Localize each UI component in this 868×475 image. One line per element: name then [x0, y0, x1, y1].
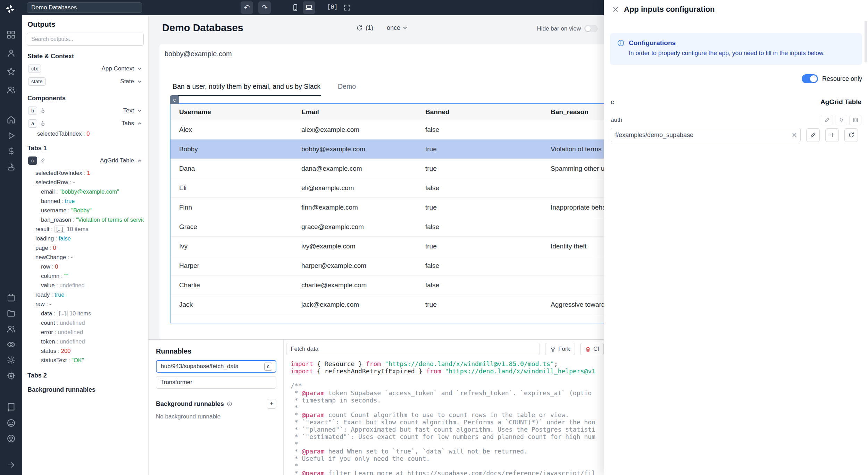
output-tree-item[interactable]: column : "" — [27, 271, 144, 281]
chevron-down-icon[interactable] — [137, 108, 142, 113]
aggrid-component-c[interactable]: c UsernameEmailBannedBan_reason Alexalex… — [170, 103, 604, 323]
output-tree-item[interactable]: data : [...] 10 items — [27, 309, 144, 318]
settings-icon[interactable] — [7, 356, 16, 365]
output-row-component-c[interactable]: c AgGrid Table — [27, 154, 144, 167]
windmill-logo-icon[interactable] — [5, 4, 15, 14]
table-row[interactable]: Ivyivy@example.comtrueIdentity theft — [170, 237, 604, 256]
table-row[interactable]: Alexalex@example.comfalse — [170, 120, 604, 139]
home-icon[interactable] — [7, 115, 16, 125]
output-tree-item[interactable]: page : 0 — [27, 243, 144, 253]
runnable-item-fetch-data[interactable]: hub/943/supabase/fetch_data c — [156, 360, 276, 373]
schedules-icon[interactable] — [7, 293, 16, 303]
table-row[interactable]: Jackjack@example.comtrueAggressive towar… — [170, 295, 604, 314]
resource-path-input[interactable] — [611, 128, 801, 142]
table-row[interactable]: Danadana@example.comtrueSpamming other u — [170, 159, 604, 178]
output-tree-item[interactable]: count : undefined — [27, 318, 144, 328]
chevron-down-icon[interactable] — [137, 66, 142, 71]
clear-button[interactable]: Cl — [580, 343, 604, 355]
output-tree-item[interactable]: statusText : "OK" — [27, 356, 144, 365]
table-row[interactable]: Finnfinn@example.comtrueInappropriate be… — [170, 198, 604, 217]
clear-input-icon[interactable] — [791, 132, 798, 138]
refresh-resource-button[interactable] — [844, 128, 858, 142]
output-tree-item[interactable]: banned : true — [27, 196, 144, 206]
output-tree-item[interactable]: token : undefined — [27, 337, 144, 346]
code-area[interactable]: import { Resource } from "https://deno.l… — [284, 357, 604, 475]
search-outputs-input[interactable] — [27, 33, 144, 46]
tab-ban-user[interactable]: Ban a user, notify them by email, and us… — [172, 80, 321, 96]
output-tree-item[interactable]: ready : true — [27, 290, 144, 299]
eval-input-icon[interactable] — [849, 115, 861, 125]
script-name-input[interactable] — [286, 343, 540, 355]
output-tree-item[interactable]: error : undefined — [27, 328, 144, 337]
runs-icon[interactable] — [7, 131, 16, 141]
audit-icon[interactable] — [7, 340, 16, 349]
mobile-view-button[interactable] — [289, 1, 301, 14]
output-tree-item[interactable]: newChange : - — [27, 253, 144, 262]
fullscreen-icon[interactable] — [341, 1, 353, 14]
add-resource-button[interactable] — [825, 128, 839, 142]
refresh-app-button[interactable]: (1) — [356, 24, 373, 32]
app-title-input[interactable] — [27, 2, 142, 13]
hide-bar-toggle[interactable] — [584, 25, 598, 32]
redo-button[interactable]: ↷ — [258, 1, 271, 14]
output-row-state[interactable]: state State — [27, 75, 144, 88]
table-column-header[interactable]: Email — [293, 104, 417, 120]
text-component-b[interactable]: bobby@example.com — [165, 50, 232, 58]
groups-icon[interactable] — [7, 324, 16, 334]
output-tree-item[interactable]: ban_reason : "Violation of terms of serv… — [27, 215, 144, 224]
docs-icon[interactable] — [7, 403, 16, 412]
resource-only-toggle[interactable] — [802, 74, 818, 83]
output-row-ctx[interactable]: ctx App Context — [27, 62, 144, 75]
fork-button[interactable]: Fork — [545, 343, 575, 355]
output-row-component-b[interactable]: b Text — [27, 104, 144, 117]
table-row[interactable]: Harperharper@example.comfalse — [170, 256, 604, 275]
table-column-header[interactable]: Ban_reason — [542, 104, 604, 120]
table-row[interactable]: Charliecharlie@example.comfalse — [170, 275, 604, 295]
add-background-runnable-button[interactable]: + — [267, 399, 276, 409]
output-tree-item[interactable]: email : "bobby@example.com" — [27, 187, 144, 196]
connect-input-icon[interactable] — [835, 115, 847, 125]
discord-icon[interactable] — [7, 418, 16, 428]
configurations-info-box: Configurations In order to properly conf… — [610, 33, 862, 65]
chevron-up-icon[interactable] — [137, 121, 142, 126]
variables-icon[interactable] — [7, 147, 16, 156]
diff-counter-button[interactable]: [0] — [327, 3, 338, 10]
output-tree-item[interactable]: raw : - — [27, 299, 144, 309]
github-icon[interactable] — [7, 434, 16, 443]
collapse-sidebar-icon[interactable] — [7, 460, 16, 469]
table-row[interactable]: Elieli@example.comfalse — [170, 178, 604, 198]
workers-icon[interactable] — [7, 371, 16, 381]
output-tree-item[interactable]: username : "Bobby" — [27, 206, 144, 215]
selected-tab-index[interactable]: selectedTabIndex : 0 — [27, 130, 144, 138]
output-row-component-a[interactable]: a Tabs — [27, 117, 144, 130]
table-row[interactable]: Gracegrace@example.comfalse — [170, 217, 604, 237]
chevron-down-icon[interactable] — [137, 79, 142, 84]
output-tree-item[interactable]: row : 0 — [27, 262, 144, 271]
table-row[interactable]: Bobbybobby@example.comtrueViolation of t… — [170, 139, 604, 159]
output-tree-item[interactable]: value : undefined — [27, 281, 144, 290]
user-icon[interactable] — [7, 49, 16, 58]
table-column-header[interactable]: Banned — [417, 104, 542, 120]
close-icon[interactable] — [610, 4, 621, 15]
output-tree-item[interactable]: loading : false — [27, 234, 144, 243]
edit-resource-button[interactable] — [806, 128, 820, 142]
undo-button[interactable]: ↶ — [241, 1, 253, 14]
tab-demo[interactable]: Demo — [337, 80, 357, 96]
output-tree-item[interactable]: status : 200 — [27, 346, 144, 356]
table-column-header[interactable]: Username — [170, 104, 293, 120]
chevron-up-icon[interactable] — [137, 158, 142, 163]
output-tree-item[interactable]: selectedRow : - — [27, 178, 144, 187]
output-tree-item[interactable]: selectedRowIndex : 1 — [27, 168, 144, 178]
refresh-mode-dropdown[interactable]: once — [387, 24, 408, 32]
desktop-view-button[interactable] — [303, 1, 315, 14]
output-tree-item[interactable]: result : [...] 10 items — [27, 224, 144, 234]
apps-icon[interactable] — [7, 30, 16, 40]
panel-scrollbar[interactable] — [865, 21, 867, 62]
runnable-item-transformer[interactable]: Transformer — [156, 376, 276, 389]
resources-icon[interactable] — [7, 162, 16, 172]
edit-icon[interactable] — [40, 158, 45, 163]
users-icon[interactable] — [7, 85, 16, 95]
star-icon[interactable] — [7, 67, 16, 76]
folders-icon[interactable] — [7, 309, 16, 318]
edit-input-icon[interactable] — [821, 115, 833, 125]
